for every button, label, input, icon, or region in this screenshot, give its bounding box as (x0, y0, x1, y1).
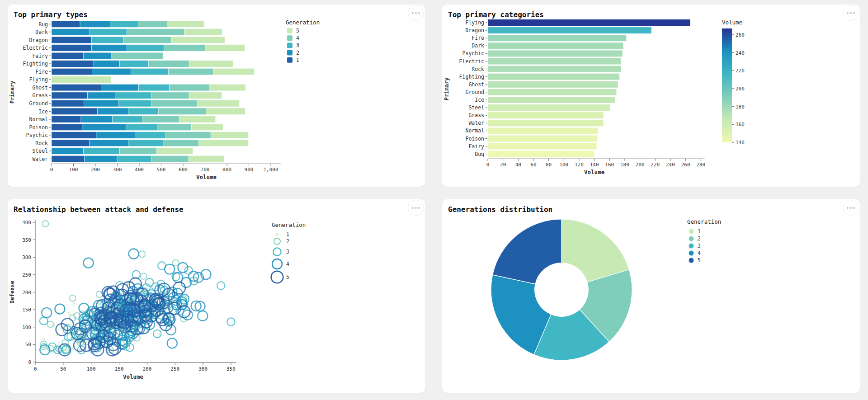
legend-item-label[interactable]: 5 (286, 274, 289, 280)
bar-dark[interactable] (488, 42, 623, 49)
bar-water[interactable] (488, 120, 604, 126)
bar-segment-gen3[interactable] (128, 108, 158, 115)
bar-segment-gen5[interactable] (209, 84, 246, 91)
bar-segment-gen4[interactable] (169, 84, 209, 91)
bar-segment-gen4[interactable] (164, 45, 205, 52)
bar-segment-gen4[interactable] (111, 52, 163, 59)
bar-segment-gen1[interactable] (52, 84, 101, 91)
bar-segment-gen4[interactable] (152, 155, 189, 162)
legend-swatch-gen3[interactable] (689, 244, 694, 249)
scatter-point-gen1[interactable] (42, 338, 45, 340)
scatter-point-gen3[interactable] (132, 271, 140, 278)
legend-item-label[interactable]: 2 (286, 238, 289, 245)
bar-fairy[interactable] (488, 143, 597, 150)
legend-marker-gen5[interactable] (271, 271, 283, 283)
legend-item-label[interactable]: 4 (286, 261, 289, 267)
bar-segment-gen3[interactable] (115, 92, 151, 99)
more-options-button[interactable] (843, 200, 859, 216)
bar-segment-gen4[interactable] (151, 92, 189, 99)
scatter-point-gen1[interactable] (88, 334, 90, 336)
bar-grass[interactable] (488, 112, 604, 118)
bar-segment-gen2[interactable] (81, 116, 112, 123)
scatter-point-gen3[interactable] (217, 282, 225, 289)
bar-segment-gen1[interactable] (52, 45, 92, 52)
bar-segment-gen1[interactable] (52, 61, 94, 67)
legend-swatch-gen1[interactable] (689, 229, 694, 234)
bar-segment-gen4[interactable] (158, 108, 206, 115)
scatter-point-gen4[interactable] (84, 258, 94, 268)
legend-marker-gen2[interactable] (274, 238, 280, 245)
bar-segment-gen3[interactable] (92, 37, 124, 43)
bar-segment-gen1[interactable] (52, 21, 80, 28)
bar-segment-gen3[interactable] (127, 45, 164, 52)
bar-segment-gen5[interactable] (199, 140, 249, 146)
bar-electric[interactable] (488, 58, 621, 65)
bar-segment-gen5[interactable] (179, 116, 216, 123)
bar-segment-gen5[interactable] (189, 92, 222, 99)
legend-item-label[interactable]: 2 (698, 235, 701, 242)
legend-item-label[interactable]: 3 (286, 249, 289, 255)
bar-segment-gen2[interactable] (52, 29, 90, 36)
bar-segment-gen2[interactable] (80, 21, 110, 28)
scatter-point-gen3[interactable] (185, 267, 193, 274)
bar-segment-gen2[interactable] (92, 45, 127, 52)
bar-segment-gen5[interactable] (205, 45, 245, 52)
bar-segment-gen4[interactable] (163, 140, 199, 146)
scatter-point-gen4[interactable] (173, 273, 183, 282)
scatter-point-gen4[interactable] (55, 304, 65, 314)
scatter-point-gen4[interactable] (129, 249, 139, 259)
bar-segment-gen3[interactable] (135, 132, 165, 139)
bar-segment-gen5[interactable] (52, 76, 111, 83)
bar-ground[interactable] (488, 89, 616, 95)
scatter-point-gen4[interactable] (165, 264, 175, 274)
bar-segment-gen2[interactable] (92, 68, 131, 75)
legend-item-label[interactable]: 5 (698, 257, 701, 264)
more-options-button[interactable] (408, 200, 424, 216)
legend-swatch-gen1[interactable] (287, 57, 292, 63)
bar-steel[interactable] (488, 104, 610, 111)
bar-segment-gen5[interactable] (197, 100, 240, 107)
legend-swatch-gen5[interactable] (287, 28, 292, 33)
more-options-button[interactable] (843, 5, 859, 21)
bar-segment-gen4[interactable] (149, 61, 189, 67)
bar-segment-gen2[interactable] (89, 140, 128, 146)
bar-segment-gen5[interactable] (189, 61, 233, 67)
bar-segment-gen5[interactable] (191, 124, 223, 131)
bar-ghost[interactable] (488, 81, 618, 88)
bar-flying[interactable] (488, 19, 690, 26)
bar-segment-gen5[interactable] (157, 148, 193, 155)
bar-segment-gen1[interactable] (52, 116, 81, 123)
bar-segment-gen5[interactable] (184, 29, 222, 36)
bar-segment-gen3[interactable] (110, 21, 138, 28)
bar-segment-gen2[interactable] (94, 61, 119, 67)
bar-segment-gen3[interactable] (128, 140, 163, 146)
bar-segment-gen2[interactable] (85, 155, 117, 162)
bar-segment-gen3[interactable] (112, 116, 142, 123)
bar-segment-gen4[interactable] (138, 21, 167, 28)
legend-item-label[interactable]: 5 (296, 28, 299, 34)
bar-segment-gen5[interactable] (189, 155, 224, 162)
legend-item-label[interactable]: 4 (698, 250, 701, 256)
scatter-point-gen2[interactable] (141, 273, 147, 279)
bar-segment-gen2[interactable] (52, 148, 84, 155)
bar-segment-gen1[interactable] (52, 37, 92, 43)
bar-dragon[interactable] (488, 27, 651, 33)
bar-fire[interactable] (488, 35, 626, 41)
scatter-point-gen1[interactable] (58, 343, 60, 345)
bar-segment-gen1[interactable] (52, 132, 96, 139)
scatter-point-gen2[interactable] (139, 251, 145, 257)
bar-bug[interactable] (488, 151, 594, 157)
legend-item-label[interactable]: 1 (286, 231, 289, 237)
scatter-point-gen2[interactable] (173, 259, 179, 266)
scatter-point-gen1[interactable] (73, 303, 75, 306)
bar-segment-gen2[interactable] (83, 52, 111, 59)
legend-item-label[interactable]: 4 (296, 35, 299, 41)
scatter-point-gen2[interactable] (42, 221, 48, 227)
bar-segment-gen1[interactable] (52, 100, 84, 107)
bar-segment-gen4[interactable] (165, 132, 211, 139)
legend-swatch-gen2[interactable] (287, 50, 292, 56)
bar-segment-gen5[interactable] (171, 37, 225, 43)
legend-marker-gen3[interactable] (273, 248, 281, 255)
bar-segment-gen4[interactable] (142, 116, 179, 123)
bar-segment-gen3[interactable] (117, 155, 152, 162)
